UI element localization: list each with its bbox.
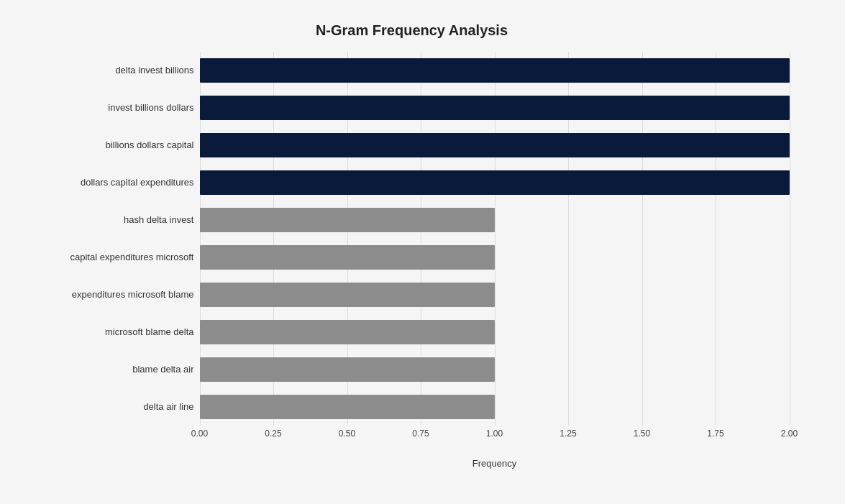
y-labels: delta invest billionsinvest billions dol…: [35, 52, 200, 426]
y-label: billions dollars capital: [35, 127, 194, 164]
bar: [200, 245, 495, 270]
y-label: delta invest billions: [35, 52, 194, 89]
bar: [200, 58, 790, 83]
chart-area: delta invest billionsinvest billions dol…: [35, 52, 790, 469]
y-label: capital expenditures microsoft: [35, 239, 194, 276]
bar-row: [200, 201, 790, 239]
bar-row: [200, 276, 790, 313]
bar: [200, 283, 495, 307]
x-tick: 0.75: [412, 429, 429, 439]
bar: [200, 96, 790, 120]
bar-row: [200, 313, 790, 351]
bar: [200, 170, 790, 195]
y-label: invest billions dollars: [35, 89, 194, 127]
x-tick: 0.25: [265, 429, 281, 439]
bar: [200, 320, 495, 344]
bar-row: [200, 89, 790, 127]
x-tick: 1.50: [634, 429, 650, 439]
bars-wrapper: [200, 52, 790, 426]
x-tick: 0.50: [339, 429, 355, 439]
bar: [200, 133, 790, 157]
x-tick: 0.00: [191, 429, 208, 439]
x-axis-ticks: 0.000.250.500.751.001.251.501.752.00: [200, 426, 790, 438]
bar-row: [200, 52, 790, 89]
bar-row: [200, 164, 790, 201]
y-label: microsoft blame delta: [35, 313, 194, 351]
y-label: dollars capital expenditures: [35, 164, 194, 201]
x-tick: 2.00: [781, 429, 798, 439]
y-label: expenditures microsoft blame: [35, 276, 194, 313]
chart-container: N-Gram Frequency Analysis delta invest b…: [27, 8, 818, 497]
bar: [200, 208, 495, 232]
chart-title: N-Gram Frequency Analysis: [35, 22, 790, 39]
bar-row: [200, 388, 790, 426]
grid-line: [790, 52, 790, 426]
x-axis-label: Frequency: [200, 458, 790, 469]
bar-row: [200, 239, 790, 276]
bar-row: [200, 127, 790, 164]
x-tick: 1.75: [707, 429, 723, 439]
y-label: hash delta invest: [35, 201, 194, 239]
bar-row: [200, 351, 790, 388]
y-label: blame delta air: [35, 351, 194, 388]
x-tick: 1.25: [559, 429, 576, 439]
bar: [200, 357, 495, 382]
bar: [200, 395, 495, 419]
y-label: delta air line: [35, 388, 194, 426]
bars-area: [200, 52, 790, 426]
x-tick: 1.00: [486, 429, 503, 439]
grid-and-bars: delta invest billionsinvest billions dol…: [35, 52, 790, 426]
